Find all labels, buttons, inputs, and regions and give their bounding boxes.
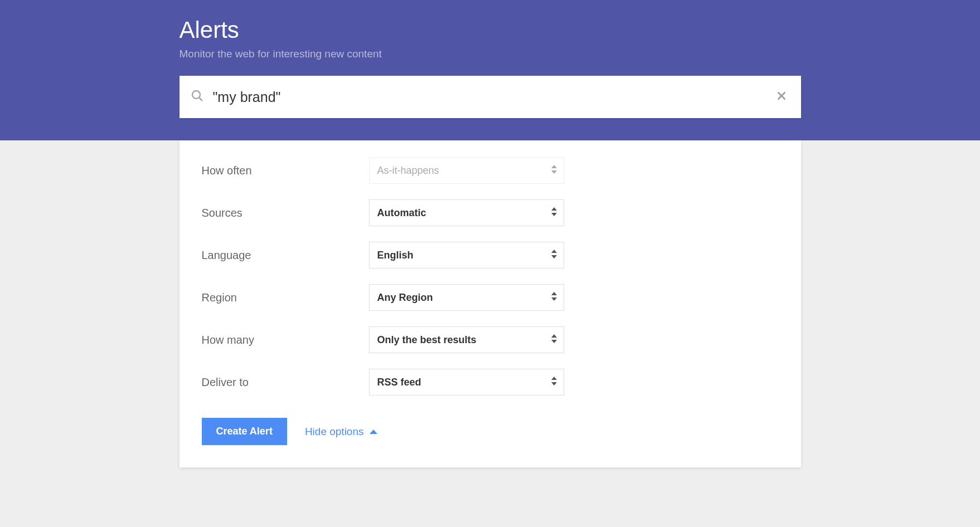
search-box bbox=[179, 76, 801, 118]
how-often-label: How often bbox=[202, 164, 369, 177]
region-select[interactable]: Any Region bbox=[369, 284, 564, 311]
how-many-value: Only the best results bbox=[377, 334, 477, 346]
how-many-label: How many bbox=[202, 334, 369, 347]
language-select[interactable]: English bbox=[369, 242, 564, 269]
close-icon[interactable] bbox=[773, 87, 790, 106]
chevron-up-icon bbox=[370, 430, 377, 434]
how-often-select[interactable]: As-it-happens bbox=[369, 157, 564, 184]
hide-options-label: Hide options bbox=[305, 426, 364, 438]
region-value: Any Region bbox=[377, 292, 433, 304]
hide-options-toggle[interactable]: Hide options bbox=[305, 426, 377, 438]
create-alert-button[interactable]: Create Alert bbox=[202, 418, 287, 445]
how-many-select[interactable]: Only the best results bbox=[369, 326, 564, 353]
language-value: English bbox=[377, 250, 414, 261]
page-title: Alerts bbox=[179, 17, 801, 43]
language-label: Language bbox=[202, 249, 369, 262]
deliver-to-value: RSS feed bbox=[377, 377, 421, 388]
options-panel: How often As-it-happens Sources Automati… bbox=[179, 140, 801, 467]
svg-line-1 bbox=[199, 97, 202, 101]
deliver-to-label: Deliver to bbox=[202, 376, 369, 389]
sources-select[interactable]: Automatic bbox=[369, 199, 564, 226]
region-label: Region bbox=[202, 291, 369, 304]
search-icon bbox=[191, 89, 204, 105]
sources-value: Automatic bbox=[377, 207, 426, 219]
page-subtitle: Monitor the web for interesting new cont… bbox=[179, 48, 801, 60]
search-input[interactable] bbox=[213, 89, 773, 105]
deliver-to-select[interactable]: RSS feed bbox=[369, 369, 564, 396]
how-often-value: As-it-happens bbox=[377, 165, 439, 177]
sources-label: Sources bbox=[202, 207, 369, 219]
svg-point-0 bbox=[192, 91, 200, 99]
